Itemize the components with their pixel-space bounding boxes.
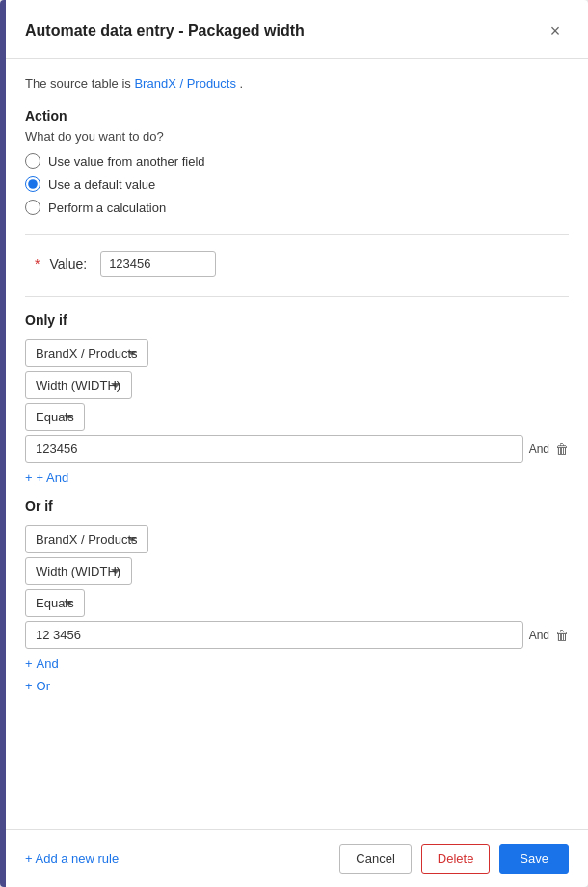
radio-group-action: Use value from another field Use a defau… — [25, 153, 569, 215]
radio-calculation[interactable] — [25, 200, 40, 215]
divider-1 — [25, 234, 569, 235]
only-if-delete-icon[interactable]: 🗑 — [555, 442, 569, 457]
or-if-add-and-label: And — [37, 657, 59, 671]
or-if-operator-row: Equals — [25, 589, 569, 617]
only-if-condition-block: BrandX / Products Width (WIDTH) — [25, 339, 569, 489]
or-if-value-input[interactable] — [25, 621, 523, 649]
only-if-add-and-label: + And — [37, 470, 69, 485]
plus-icon: + — [25, 470, 33, 485]
only-if-and-delete: And 🗑 — [529, 442, 569, 457]
plus-icon-or-and: + — [25, 657, 33, 671]
modal-body: The source table is BrandX / Products . … — [6, 59, 588, 829]
only-if-value-row: And 🗑 — [25, 435, 569, 463]
only-if-table-wrapper: BrandX / Products — [25, 339, 569, 367]
only-if-section: Only if BrandX / Products — [25, 312, 569, 697]
radio-default-value[interactable] — [25, 176, 40, 192]
radio-another-field-label: Use value from another field — [48, 154, 205, 169]
only-if-and-label: And — [529, 443, 549, 456]
or-if-add-or-label: Or — [37, 679, 50, 693]
or-if-field-wrapper: Width (WIDTH) — [25, 557, 569, 585]
only-if-operator-row: Equals — [25, 403, 569, 431]
value-row: * Value: — [25, 251, 569, 277]
radio-default-value-label: Use a default value — [48, 177, 155, 192]
only-if-field-row: Width (WIDTH) — [25, 371, 569, 399]
or-if-label: Or if — [25, 498, 569, 514]
only-if-table-select[interactable]: BrandX / Products — [25, 339, 148, 367]
value-input[interactable] — [100, 251, 216, 277]
radio-item-calculation[interactable]: Perform a calculation — [25, 200, 569, 215]
save-button[interactable]: Save — [499, 844, 569, 874]
delete-button[interactable]: Delete — [421, 844, 491, 874]
or-if-field-select[interactable]: Width (WIDTH) — [25, 557, 132, 585]
action-sub-label: What do you want to do? — [25, 129, 569, 144]
plus-icon-or: + — [25, 679, 33, 693]
only-if-add-and-button[interactable]: + + And — [25, 467, 68, 489]
left-accent-bar — [0, 0, 6, 887]
action-section-label: Action — [25, 108, 569, 123]
radio-item-another-field[interactable]: Use value from another field — [25, 153, 569, 169]
modal-header: Automate data entry - Packaged width × — [6, 0, 588, 59]
source-link[interactable]: BrandX / Products — [134, 76, 236, 91]
value-label: Value: — [49, 256, 87, 272]
or-if-operator-select[interactable]: Equals — [25, 589, 85, 617]
or-if-add-and-button[interactable]: + And — [25, 653, 59, 675]
modal-footer: + Add a new rule Cancel Delete Save — [6, 829, 588, 887]
or-if-and-label: And — [529, 629, 549, 642]
modal-dialog: Automate data entry - Packaged width × T… — [0, 0, 588, 887]
or-if-condition-block: BrandX / Products Width (WIDTH) — [25, 525, 569, 697]
modal-content: Automate data entry - Packaged width × T… — [6, 0, 588, 887]
only-if-operator-wrapper: Equals — [25, 403, 569, 431]
only-if-value-input[interactable] — [25, 435, 523, 463]
required-star: * — [35, 256, 40, 272]
or-if-value-row: And 🗑 — [25, 621, 569, 649]
only-if-field-select[interactable]: Width (WIDTH) — [25, 371, 132, 399]
or-if-field-row: Width (WIDTH) — [25, 557, 569, 585]
or-if-delete-icon[interactable]: 🗑 — [555, 628, 569, 643]
footer-right-buttons: Cancel Delete Save — [339, 844, 569, 874]
source-prefix: The source table is — [25, 76, 134, 91]
source-period: . — [240, 76, 244, 91]
only-if-table-row: BrandX / Products — [25, 339, 569, 367]
radio-item-default-value[interactable]: Use a default value — [25, 176, 569, 192]
only-if-field-wrapper: Width (WIDTH) — [25, 371, 569, 399]
or-if-table-row: BrandX / Products — [25, 525, 569, 553]
source-info: The source table is BrandX / Products . — [25, 76, 569, 91]
close-button[interactable]: × — [542, 17, 569, 44]
or-if-table-wrapper: BrandX / Products — [25, 525, 569, 553]
radio-another-field[interactable] — [25, 153, 40, 169]
modal-title: Automate data entry - Packaged width — [25, 22, 305, 40]
add-rule-label: + Add a new rule — [25, 851, 119, 866]
only-if-label: Only if — [25, 312, 569, 328]
or-if-and-delete: And 🗑 — [529, 628, 569, 643]
or-if-add-or-button[interactable]: + Or — [25, 675, 50, 697]
or-if-operator-wrapper: Equals — [25, 589, 569, 617]
divider-2 — [25, 296, 569, 297]
or-if-table-select[interactable]: BrandX / Products — [25, 525, 148, 553]
cancel-button[interactable]: Cancel — [339, 844, 411, 874]
only-if-operator-select[interactable]: Equals — [25, 403, 85, 431]
radio-calculation-label: Perform a calculation — [48, 201, 166, 215]
add-rule-button[interactable]: + Add a new rule — [25, 851, 119, 866]
